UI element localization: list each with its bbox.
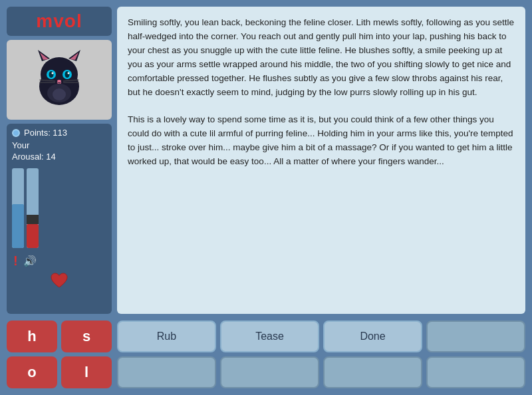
nav-buttons: h s o l [7,321,112,388]
action-buttons: Rub Tease Done [117,321,525,388]
narrative-paragraph-1: Smiling softly, you lean back, beckoning… [128,16,515,100]
nav-row-1: h s [7,321,112,352]
nav-o-button[interactable]: o [7,356,57,388]
svg-point-8 [52,72,54,74]
action-empty-5[interactable] [426,356,525,388]
bar-container [12,168,106,248]
svg-point-7 [49,71,54,78]
svg-point-11 [68,72,70,74]
svg-point-12 [57,80,61,82]
red-bar [27,168,39,248]
action-row-1: Rub Tease Done [117,321,525,352]
arousal-label: Your Arousal: 14 [12,140,106,163]
narrative-paragraph-2: This is a lovely way to spend some time … [128,113,515,169]
nav-h-button[interactable]: h [7,321,57,352]
nav-l-button[interactable]: l [61,356,112,388]
done-button[interactable]: Done [323,321,422,352]
svg-point-10 [65,71,70,78]
action-empty-3[interactable] [220,356,319,388]
nav-s-button[interactable]: s [61,321,112,352]
nav-row-2: o l [7,356,112,388]
action-row-2 [117,356,525,388]
dark-segment [27,215,39,224]
points-indicator [12,129,20,137]
logo-area: mvol [7,7,112,36]
points-label: Points: 113 [24,128,67,138]
stats-box: Points: 113 Your Arousal: 14 ! 🔊 [7,124,112,314]
red-bar-fill [27,224,39,248]
speaker-icon: 🔊 [23,255,37,267]
narrative-panel: Smiling softly, you lean back, beckoning… [117,7,525,314]
heart-icon [50,273,68,290]
blue-bar-fill [12,204,24,248]
left-panel: mvol [7,7,112,314]
tease-button[interactable]: Tease [220,321,319,352]
blue-bar [12,168,24,248]
rub-button[interactable]: Rub [117,321,216,352]
icons-row: ! 🔊 [12,253,106,269]
bottom-area: h s o l Rub Tease Done [0,321,532,395]
svg-point-18 [53,88,66,100]
action-empty-2[interactable] [117,356,216,388]
action-empty-1[interactable] [426,321,525,352]
points-row: Points: 113 [12,128,106,138]
avatar-box [7,40,112,120]
exclamation-icon: ! [13,253,18,269]
logo-text: mvol [36,11,82,32]
avatar [26,47,92,113]
action-empty-4[interactable] [323,356,422,388]
